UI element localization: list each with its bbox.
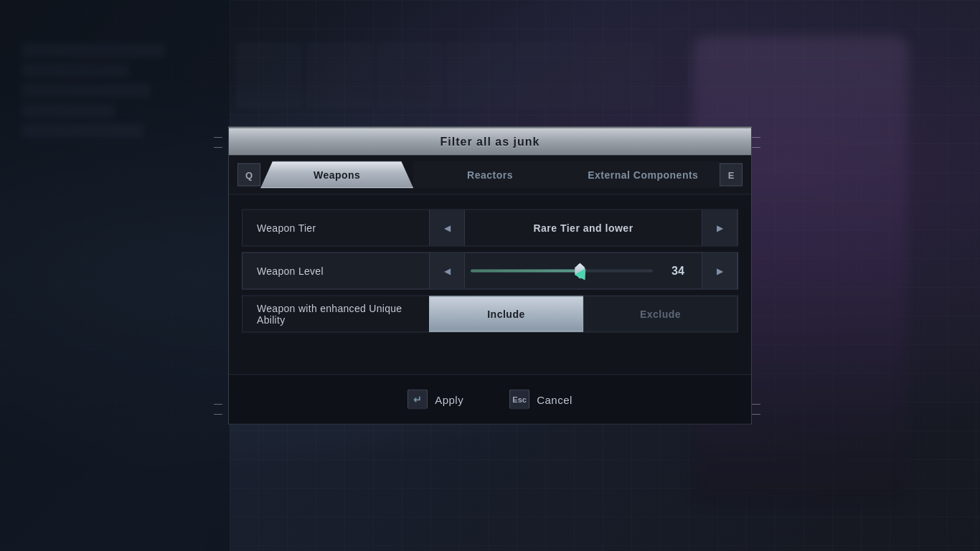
cancel-key-badge: Esc xyxy=(509,390,529,410)
tabs-bar: Q Weapons Reactors External Components E xyxy=(229,156,751,195)
tab-weapons[interactable]: Weapons xyxy=(260,161,413,189)
modal-container: Filter all as junk Q Weapons Reactors Ex… xyxy=(228,127,752,425)
tab-key-q: Q xyxy=(237,164,260,187)
corner-tl: — — xyxy=(214,135,228,149)
weapon-level-prev-btn[interactable]: ◀ xyxy=(429,253,465,289)
weapon-level-label: Weapon Level xyxy=(242,265,429,277)
apply-label: Apply xyxy=(435,393,463,405)
content-spacer xyxy=(242,339,738,360)
weapon-level-row: Weapon Level ◀ 34 ▶ xyxy=(242,253,738,290)
corner-tr: — — xyxy=(752,135,766,149)
tab-key-e: E xyxy=(720,164,743,187)
bg-stats xyxy=(22,43,165,143)
weapon-level-control: ◀ 34 ▶ xyxy=(429,253,738,289)
weapon-unique-toggle-group: Include Exclude xyxy=(429,296,738,332)
weapon-tier-label: Weapon Tier xyxy=(242,222,429,234)
weapon-unique-exclude-btn[interactable]: Exclude xyxy=(583,296,738,332)
modal-content: Weapon Tier ◀ Rare Tier and lower ▶ Weap… xyxy=(229,195,751,375)
weapon-level-value: 34 xyxy=(660,265,696,278)
weapon-unique-control: Include Exclude xyxy=(429,296,738,332)
weapon-unique-row: Weapon with enhanced Unique Ability Incl… xyxy=(242,296,738,333)
corner-br: — — xyxy=(752,402,766,416)
tab-external-components[interactable]: External Components xyxy=(567,161,720,189)
corner-bl: — — xyxy=(214,402,228,416)
bg-inventory xyxy=(237,43,743,129)
cancel-button[interactable]: Esc Cancel xyxy=(501,385,581,414)
apply-button[interactable]: ↵ Apply xyxy=(399,385,472,414)
weapon-tier-control: ◀ Rare Tier and lower ▶ xyxy=(429,210,738,246)
weapon-level-slider-fill xyxy=(471,270,580,273)
apply-key-badge: ↵ xyxy=(407,390,428,410)
weapon-tier-row: Weapon Tier ◀ Rare Tier and lower ▶ xyxy=(242,209,738,247)
weapon-tier-prev-btn[interactable]: ◀ xyxy=(429,210,465,246)
weapon-level-slider-track[interactable] xyxy=(471,270,653,273)
weapon-level-next-btn[interactable]: ▶ xyxy=(702,253,738,289)
modal-title-bar: Filter all as junk xyxy=(229,128,751,156)
modal-footer: ↵ Apply Esc Cancel xyxy=(229,375,751,424)
weapon-level-slider-container: 34 xyxy=(465,265,702,278)
modal-title: Filter all as junk xyxy=(440,136,540,148)
cancel-label: Cancel xyxy=(537,393,573,405)
weapon-level-slider-thumb[interactable] xyxy=(575,263,585,279)
filter-modal: Filter all as junk Q Weapons Reactors Ex… xyxy=(228,127,752,425)
tab-reactors[interactable]: Reactors xyxy=(413,161,566,189)
weapon-tier-next-btn[interactable]: ▶ xyxy=(702,210,738,246)
weapon-unique-include-btn[interactable]: Include xyxy=(429,296,583,332)
weapon-unique-label: Weapon with enhanced Unique Ability xyxy=(242,303,429,326)
weapon-tier-value: Rare Tier and lower xyxy=(465,222,702,234)
